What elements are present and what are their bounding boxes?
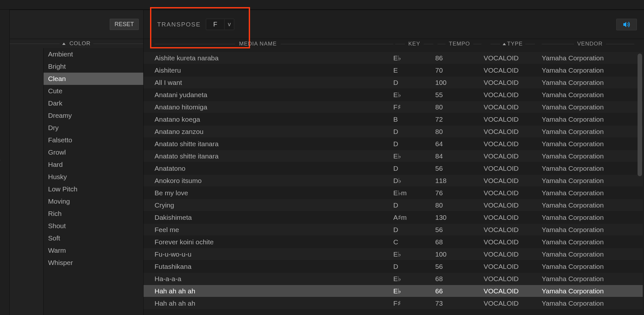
cell-media-name: Fu-u-wo-u-u xyxy=(155,250,393,258)
clipped-text-fragment: e xyxy=(0,157,0,164)
filter-item-falsetto[interactable]: Falsetto xyxy=(44,134,143,146)
cell-media-name: Aishite kureta naraba xyxy=(155,54,393,62)
cell-type: VOCALOID xyxy=(484,140,542,148)
cell-vendor: Yamaha Corporation xyxy=(542,66,643,74)
cell-type: VOCALOID xyxy=(484,103,542,111)
cell-type: VOCALOID xyxy=(484,116,542,123)
cell-tempo: 64 xyxy=(435,140,484,148)
column-tempo[interactable]: TEMPO xyxy=(435,41,484,47)
cell-tempo: 55 xyxy=(435,91,484,99)
cell-tempo: 66 xyxy=(435,287,484,295)
cell-tempo: 56 xyxy=(435,263,484,270)
column-label: VENDOR xyxy=(577,41,603,47)
filter-item-shout[interactable]: Shout xyxy=(44,220,143,232)
cell-type: VOCALOID xyxy=(484,201,542,209)
table-row[interactable]: Anatato shitte itanaraD64VOCALOIDYamaha … xyxy=(144,138,643,150)
filter-header[interactable]: COLOR xyxy=(10,39,143,48)
cell-type: VOCALOID xyxy=(484,189,542,197)
chevron-down-icon[interactable]: v xyxy=(224,19,234,29)
filter-item-moving[interactable]: Moving xyxy=(44,195,143,208)
app-root: e RESET COLOR AmbientBrightCleanCuteDark… xyxy=(0,0,644,315)
divider xyxy=(473,44,481,44)
table-row[interactable]: Anatano hitomigaF♯80VOCALOIDYamaha Corpo… xyxy=(144,101,643,113)
left-sliver-panel: e xyxy=(0,10,10,315)
cell-key: E♭ xyxy=(393,54,435,62)
table-row[interactable]: Aishite kureta narabaE♭86VOCALOIDYamaha … xyxy=(144,52,643,64)
table-row[interactable]: Ha-a-a-aE♭68VOCALOIDYamaha Corporation xyxy=(144,273,643,285)
table-row[interactable]: Feel meD56VOCALOIDYamaha Corporation xyxy=(144,224,643,236)
filter-sidebar: RESET COLOR AmbientBrightCleanCuteDarkDr… xyxy=(10,10,144,315)
cell-vendor: Yamaha Corporation xyxy=(542,79,643,86)
cell-vendor: Yamaha Corporation xyxy=(542,250,643,258)
table-row[interactable]: Hah ah ah ahF♯73VOCALOIDYamaha Corporati… xyxy=(144,297,643,310)
cell-vendor: Yamaha Corporation xyxy=(542,238,643,246)
cell-vendor: Yamaha Corporation xyxy=(542,287,643,295)
column-vendor[interactable]: VENDOR xyxy=(542,41,644,47)
filter-item-cute[interactable]: Cute xyxy=(44,85,143,97)
cell-media-name: Forever koini ochite xyxy=(155,238,393,246)
table-row[interactable]: Anatano zanzouD80VOCALOIDYamaha Corporat… xyxy=(144,126,643,138)
column-label: TEMPO xyxy=(449,41,470,47)
table-row[interactable]: Anatani yudanetaE♭55VOCALOIDYamaha Corpo… xyxy=(144,89,643,101)
transpose-select[interactable]: F v xyxy=(206,19,234,30)
table-row[interactable]: Anatano koegaB72VOCALOIDYamaha Corporati… xyxy=(144,113,643,126)
filter-item-ambient[interactable]: Ambient xyxy=(44,48,143,60)
filter-item-dry[interactable]: Dry xyxy=(44,122,143,134)
reset-button[interactable]: RESET xyxy=(110,19,139,30)
table-row[interactable]: DakishimetaA♯m130VOCALOIDYamaha Corporat… xyxy=(144,211,643,224)
table-row[interactable]: AnatatonoD56VOCALOIDYamaha Corporation xyxy=(144,162,643,175)
preview-audio-button[interactable] xyxy=(616,19,637,30)
table-body: Aishite kureta narabaE♭86VOCALOIDYamaha … xyxy=(144,52,644,315)
table-row[interactable]: Anatato shitte itanaraE♭84VOCALOIDYamaha… xyxy=(144,150,643,162)
cell-vendor: Yamaha Corporation xyxy=(542,201,643,209)
scrollbar[interactable] xyxy=(638,54,642,176)
cell-media-name: Feel me xyxy=(155,226,393,234)
table-row[interactable]: Anokoro itsumoD♭118VOCALOIDYamaha Corpor… xyxy=(144,175,643,187)
table-row[interactable]: Hah ah ah ahE♭66VOCALOIDYamaha Corporati… xyxy=(144,285,643,297)
divider xyxy=(424,44,433,44)
column-media-name[interactable]: MEDIA NAME xyxy=(155,41,393,47)
cell-media-name: Anatatono xyxy=(155,165,393,172)
table-row[interactable]: CryingD80VOCALOIDYamaha Corporation xyxy=(144,199,643,211)
column-label: MEDIA NAME xyxy=(239,41,277,47)
cell-vendor: Yamaha Corporation xyxy=(542,275,643,283)
filter-item-husky[interactable]: Husky xyxy=(44,171,143,183)
filter-item-dark[interactable]: Dark xyxy=(44,97,143,109)
cell-tempo: 100 xyxy=(435,79,484,86)
cell-tempo: 100 xyxy=(435,250,484,258)
filter-body: AmbientBrightCleanCuteDarkDreamyDryFalse… xyxy=(10,48,143,315)
cell-tempo: 56 xyxy=(435,226,484,234)
filter-item-soft[interactable]: Soft xyxy=(44,232,143,244)
column-key[interactable]: KEY xyxy=(393,41,435,47)
filter-item-hard[interactable]: Hard xyxy=(44,158,143,171)
filter-item-warm[interactable]: Warm xyxy=(44,244,143,257)
filter-item-bright[interactable]: Bright xyxy=(44,60,143,73)
cell-key: B xyxy=(393,116,435,123)
table-row[interactable]: Forever koini ochiteC68VOCALOIDYamaha Co… xyxy=(144,236,643,248)
filter-item-growl[interactable]: Growl xyxy=(44,146,143,158)
cell-tempo: 73 xyxy=(435,300,484,307)
filter-item-whisper[interactable]: Whisper xyxy=(44,257,143,269)
cell-tempo: 86 xyxy=(435,54,484,62)
table-row[interactable]: Fu-u-wo-u-uE♭100VOCALOIDYamaha Corporati… xyxy=(144,248,643,260)
scrollbar-thumb[interactable] xyxy=(638,54,642,176)
filter-item-clean[interactable]: Clean xyxy=(44,73,143,85)
cell-media-name: Anatani yudaneta xyxy=(155,91,393,99)
filter-item-dreamy[interactable]: Dreamy xyxy=(44,109,143,122)
sort-caret-up-icon xyxy=(503,43,506,45)
filter-item-low-pitch[interactable]: Low Pitch xyxy=(44,183,143,195)
table-row[interactable]: FutashikanaD56VOCALOIDYamaha Corporation xyxy=(144,260,643,273)
column-label: TYPE xyxy=(507,41,523,47)
cell-key: D xyxy=(393,165,435,172)
table-row[interactable]: AishiteruE70VOCALOIDYamaha Corporation xyxy=(144,64,643,76)
column-type[interactable]: TYPE xyxy=(484,41,542,47)
transpose-value: F xyxy=(206,19,224,30)
filter-item-rich[interactable]: Rich xyxy=(44,208,143,220)
divider xyxy=(542,44,574,44)
divider xyxy=(155,44,235,44)
table-row[interactable]: All I wantD100VOCALOIDYamaha Corporation xyxy=(144,76,643,89)
cell-vendor: Yamaha Corporation xyxy=(542,226,643,234)
table-row[interactable]: Be my loveE♭m76VOCALOIDYamaha Corporatio… xyxy=(144,187,643,199)
cell-key: F♯ xyxy=(393,103,435,111)
cell-tempo: 70 xyxy=(435,66,484,74)
